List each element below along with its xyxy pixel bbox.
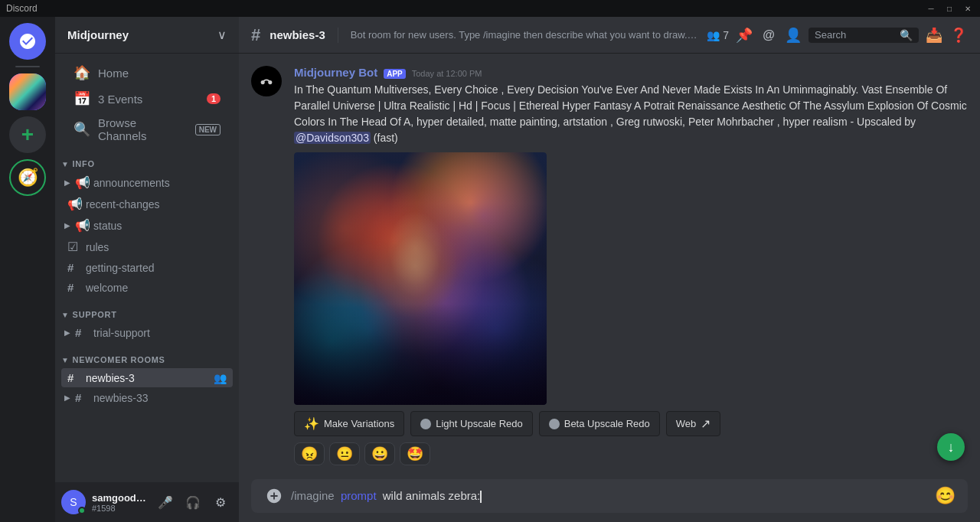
message-text: In The Quantum Multiverses, Every Choice…: [294, 82, 968, 146]
svg-point-2: [268, 80, 272, 84]
speed-text: (fast): [374, 132, 398, 144]
scroll-to-bottom-button[interactable]: ↓: [937, 433, 965, 461]
channel-recent-changes[interactable]: 📢 recent-changes: [61, 194, 233, 214]
make-variations-button[interactable]: ✨ Make Variations: [294, 411, 404, 436]
mic-button[interactable]: 🎤: [153, 490, 178, 514]
main-content: # newbies-3 Bot room for new users. Type…: [239, 17, 980, 522]
home-label: Home: [98, 67, 129, 80]
category-newcomer-rooms[interactable]: ▼ NEWCOMER ROOMS: [55, 343, 239, 367]
emoji-button[interactable]: 😊: [928, 479, 962, 513]
category-label: INFO: [73, 159, 95, 168]
input-area: /imagine prompt wild animals zebra: 😊: [239, 470, 980, 522]
user-area: S samgoodw... #1598 🎤 🎧 ⚙: [55, 482, 239, 522]
command-text: /imagine: [291, 489, 335, 502]
reaction-love[interactable]: 🤩: [400, 442, 430, 465]
light-upscale-redo-button[interactable]: Light Upscale Redo: [410, 411, 532, 436]
message-author: Midjourney Bot: [294, 66, 377, 79]
prompt-keyword: prompt: [341, 489, 380, 502]
channel-trial-support[interactable]: ▶ # trial-support: [61, 323, 233, 342]
settings-button[interactable]: ⚙: [208, 490, 233, 514]
message-header: Midjourney Bot APP Today at 12:00 PM: [294, 66, 968, 79]
close-button[interactable]: ✕: [962, 2, 974, 15]
channel-type-icon: 📢: [75, 175, 89, 190]
channel-rules[interactable]: ☑ rules: [61, 237, 233, 257]
member-count-value: 7: [723, 29, 729, 41]
channel-name: newbies-3: [86, 372, 135, 384]
channel-header: # newbies-3 Bot room for new users. Type…: [239, 17, 980, 54]
user-avatar: S: [61, 490, 86, 514]
beta-upscale-redo-button[interactable]: Beta Upscale Redo: [539, 411, 660, 436]
server-icon-discord-home[interactable]: [9, 23, 46, 60]
headphone-button[interactable]: 🎧: [181, 490, 205, 514]
reaction-happy[interactable]: 😀: [364, 442, 395, 465]
new-badge: NEW: [195, 124, 220, 135]
reaction-neutral[interactable]: 😐: [329, 442, 360, 465]
channel-newbies-33[interactable]: ▶ # newbies-33: [61, 388, 233, 407]
expand-arrow-icon: ▶: [64, 178, 70, 187]
server-icon-midjourney[interactable]: [9, 73, 46, 110]
sidebar-item-browse-channels[interactable]: 🔍 Browse Channels NEW: [61, 112, 233, 147]
server-header[interactable]: Midjourney ∨: [55, 17, 239, 54]
expand-arrow-icon: ▶: [64, 328, 70, 337]
channel-type-icon: #: [67, 261, 81, 274]
server-divider: [15, 66, 40, 67]
avatar-initials: S: [70, 496, 77, 508]
search-placeholder: Search: [815, 29, 895, 41]
category-support[interactable]: ▼ SUPPORT: [55, 298, 239, 322]
web-button[interactable]: Web ↗: [666, 411, 721, 436]
channel-sidebar: Midjourney ∨ 🏠 Home 📅 3 Events 1 🔍 Brows…: [55, 17, 239, 522]
mention-button[interactable]: @: [760, 26, 778, 44]
message-content: Midjourney Bot APP Today at 12:00 PM In …: [294, 66, 968, 465]
channel-type-icon: ☑: [67, 240, 81, 254]
search-icon: 🔍: [900, 29, 913, 41]
channel-status[interactable]: ▶ 📢 status: [61, 215, 233, 236]
titlebar: Discord ─ □ ✕: [0, 0, 980, 17]
channel-type-icon: #: [75, 326, 89, 339]
minimize-button[interactable]: ─: [925, 2, 937, 15]
user-info: samgoodw... #1598: [92, 492, 147, 513]
inbox-button[interactable]: 📥: [925, 26, 943, 44]
bot-badge: APP: [384, 69, 406, 79]
beta-upscale-icon: [549, 419, 560, 429]
love-emoji: 🤩: [407, 445, 423, 462]
sidebar-item-events[interactable]: 📅 3 Events 1: [61, 86, 233, 112]
category-arrow-icon: ▼: [61, 311, 70, 319]
sidebar-item-home[interactable]: 🏠 Home: [61, 60, 233, 86]
expand-arrow-icon: ▶: [64, 221, 70, 230]
pin-button[interactable]: 📌: [735, 26, 753, 44]
channel-getting-started[interactable]: # getting-started: [61, 258, 233, 277]
web-label: Web: [676, 418, 697, 429]
category-label: NEWCOMER ROOMS: [73, 355, 165, 364]
channel-newbies-3[interactable]: # newbies-3 👥: [61, 368, 233, 387]
add-friend-button[interactable]: 👤: [784, 26, 802, 44]
message-time: Today at 12:00 PM: [412, 69, 482, 78]
midjourney-server-image: [9, 73, 46, 110]
channel-type-icon: #: [67, 281, 81, 294]
app-body: + 🧭 Midjourney ∨ 🏠 Home 📅 3 Events 1 🔍 B…: [0, 17, 980, 522]
maximize-button[interactable]: □: [943, 2, 956, 15]
upload-button[interactable]: [257, 479, 291, 513]
header-divider: [338, 28, 338, 43]
mention-tag[interactable]: @Davidson303: [294, 132, 371, 144]
channel-type-icon: 📢: [67, 197, 81, 211]
channel-header-actions: 👥 7 📌 @ 👤 Search 🔍 📥 ❓: [707, 26, 968, 44]
server-icon-explore[interactable]: 🧭: [9, 159, 46, 196]
server-icon-add[interactable]: +: [9, 116, 46, 153]
message-input[interactable]: /imagine prompt wild animals zebra:: [291, 481, 928, 511]
events-label: 3 Events: [98, 93, 142, 106]
messages-area[interactable]: Midjourney Bot APP Today at 12:00 PM In …: [239, 54, 980, 470]
channel-welcome[interactable]: # welcome: [61, 278, 233, 297]
channel-name: status: [93, 220, 122, 232]
channel-name: recent-changes: [86, 198, 160, 210]
channel-type-icon: #: [67, 371, 81, 384]
reaction-angry[interactable]: 😠: [294, 442, 325, 465]
category-arrow-icon: ▼: [61, 356, 70, 364]
message-image: [294, 152, 547, 405]
search-bar[interactable]: Search 🔍: [808, 28, 919, 43]
channel-name: rules: [86, 241, 109, 253]
angry-emoji: 😠: [301, 445, 318, 462]
category-info[interactable]: ▼ INFO: [55, 147, 239, 171]
help-button[interactable]: ❓: [949, 26, 968, 44]
channel-announcements[interactable]: ▶ 📢 announcements: [61, 172, 233, 193]
input-value: wild animals zebra:: [383, 489, 481, 502]
